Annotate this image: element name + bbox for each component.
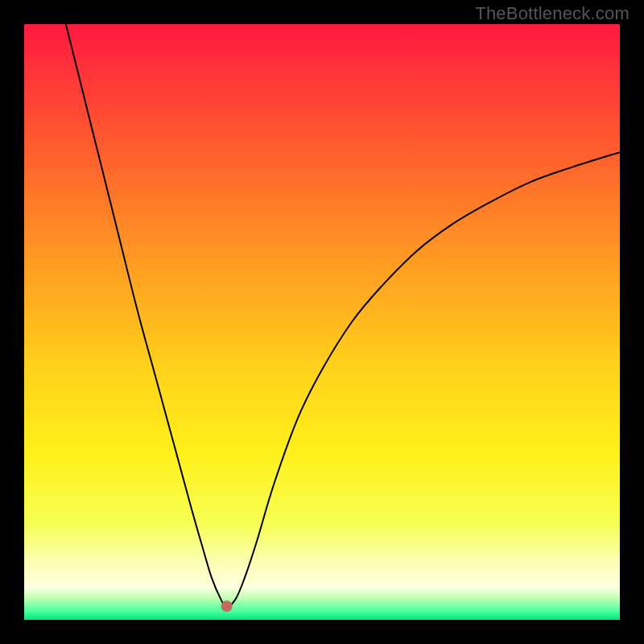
chart-svg bbox=[24, 24, 620, 620]
gradient-background bbox=[24, 24, 620, 620]
minimum-marker bbox=[221, 601, 233, 612]
watermark-text: TheBottleneck.com bbox=[475, 3, 630, 24]
plot-area bbox=[24, 24, 620, 620]
chart-frame: TheBottleneck.com bbox=[0, 0, 644, 644]
